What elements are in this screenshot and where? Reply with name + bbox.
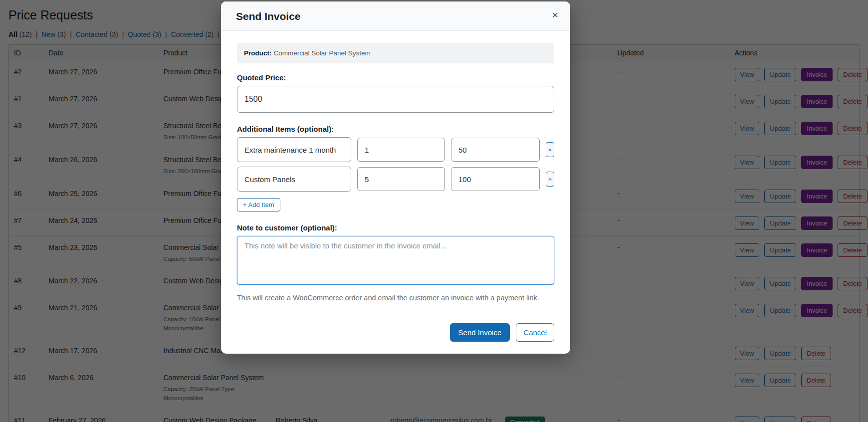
remove-item-button[interactable]: ×: [546, 142, 554, 157]
modal-footer: Send Invoice Cancel: [221, 313, 570, 354]
item-name-input[interactable]: [237, 137, 351, 162]
modal-header: Send Invoice ×: [221, 1, 570, 31]
item-price-input[interactable]: [451, 138, 540, 162]
product-label: Product:: [244, 49, 272, 57]
item-qty-input[interactable]: [357, 138, 445, 162]
remove-item-icon: ×: [548, 146, 552, 154]
additional-item-row: ×: [237, 137, 554, 162]
quoted-price-input[interactable]: [237, 86, 554, 113]
item-price-input[interactable]: [451, 167, 540, 191]
close-icon[interactable]: ×: [552, 9, 558, 20]
additional-item-row: ×: [237, 167, 554, 192]
additional-items-label: Additional Items (optional):: [237, 125, 554, 133]
modal-title: Send Invoice: [236, 10, 554, 22]
add-item-button[interactable]: + Add Item: [237, 198, 280, 211]
invoice-help-text: This will create a WooCommerce order and…: [237, 294, 554, 313]
remove-item-button[interactable]: ×: [546, 172, 554, 187]
note-textarea[interactable]: [237, 236, 554, 285]
item-name-input[interactable]: [237, 167, 351, 192]
send-invoice-modal: Send Invoice × Product:Commercial Solar …: [221, 1, 570, 354]
cancel-button[interactable]: Cancel: [516, 323, 554, 342]
note-label: Note to customer (optional):: [237, 223, 554, 232]
modal-body: Product:Commercial Solar Panel System Qu…: [221, 31, 570, 313]
product-value: Commercial Solar Panel System: [274, 49, 371, 57]
item-qty-input[interactable]: [357, 167, 445, 191]
product-info-box: Product:Commercial Solar Panel System: [237, 43, 554, 63]
quoted-price-label: Quoted Price:: [237, 73, 554, 82]
remove-item-icon: ×: [548, 176, 552, 183]
send-invoice-button[interactable]: Send Invoice: [450, 323, 510, 342]
